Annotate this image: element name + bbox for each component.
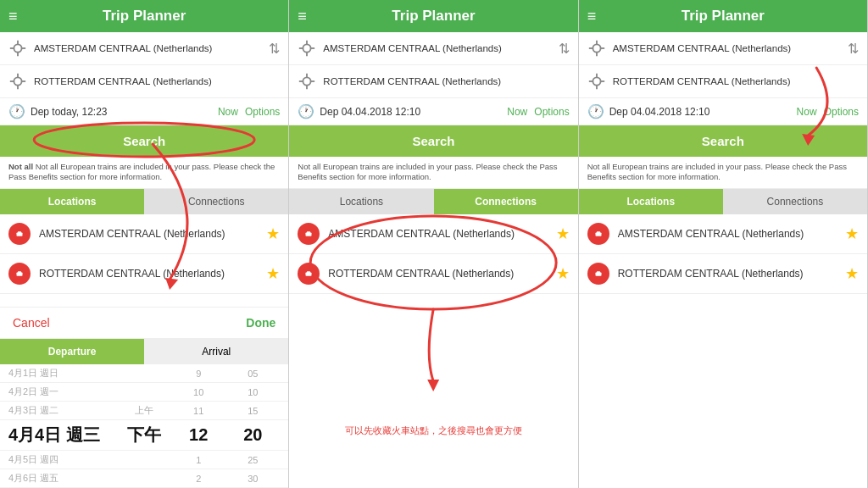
route-section-2: AMSTERDAM CENTRAAL (Netherlands) ⇅ ROTTE…: [289, 32, 577, 98]
menu-icon-2[interactable]: ≡: [298, 8, 307, 25]
header-title-3: Trip Planner: [682, 8, 765, 25]
loc-name: AMSTERDAM CENTRAAL (Netherlands): [39, 228, 266, 240]
search-btn-1[interactable]: Search: [0, 125, 288, 157]
tab-locations-1[interactable]: Locations: [0, 189, 144, 214]
from-row-3[interactable]: AMSTERDAM CENTRAAL (Netherlands) ⇅: [579, 32, 867, 65]
clock-icon-2: 🕐: [298, 103, 314, 119]
time-date: 4月1日 週日: [8, 367, 117, 380]
svg-point-18: [303, 44, 311, 52]
time-row-selected: 4月4日 週三 下午 12 20: [0, 420, 288, 451]
location-list-2: AMSTERDAM CENTRAAL (Netherlands) ★ ROTTE…: [289, 214, 577, 488]
tab-connections-1[interactable]: Connections: [144, 189, 288, 214]
from-row-2[interactable]: AMSTERDAM CENTRAAL (Netherlands) ⇅: [289, 32, 577, 65]
route-section-3: AMSTERDAM CENTRAAL (Netherlands) ⇅ ROTTE…: [579, 32, 867, 98]
location-list-1: AMSTERDAM CENTRAAL (Netherlands) ★ ROTTE…: [0, 214, 288, 307]
menu-icon-1[interactable]: ≡: [8, 8, 18, 25]
swap-icon-1[interactable]: ⇅: [269, 41, 280, 57]
to-row-1[interactable]: ROTTERDAM CENTRAAL (Netherlands): [0, 65, 288, 98]
dep-now-3[interactable]: Now: [797, 106, 817, 118]
from-text-1: AMSTERDAM CENTRAAL (Netherlands): [34, 43, 265, 53]
list-item[interactable]: ROTTERDAM CENTRAAL (Netherlands) ★: [289, 254, 577, 294]
from-icon-3: [587, 39, 606, 58]
star-icon[interactable]: ★: [556, 264, 570, 283]
time-date: 4月4日 週三: [8, 424, 117, 446]
list-item[interactable]: AMSTERDAM CENTRAAL (Netherlands) ★: [289, 214, 577, 254]
svg-point-0: [14, 44, 21, 52]
loc-name: ROTTERDAM CENTRAAL (Netherlands): [39, 268, 266, 280]
notice-3: Not all European trains are included in …: [579, 157, 867, 189]
panel-2: ≡ Trip Planner AMSTERDAM CENTRAAL (Nethe…: [289, 0, 578, 488]
from-text-2: AMSTERDAM CENTRAAL (Netherlands): [323, 43, 554, 53]
tabs-1: Locations Connections: [0, 189, 288, 214]
time-min: 30: [225, 474, 280, 484]
menu-icon-3[interactable]: ≡: [587, 8, 597, 25]
route-section-1: AMSTERDAM CENTRAAL (Netherlands) ⇅ ROTTE…: [0, 32, 288, 98]
swap-icon-2[interactable]: ⇅: [559, 41, 570, 57]
time-hour: 2: [171, 474, 225, 484]
to-text-1: ROTTERDAM CENTRAAL (Netherlands): [34, 76, 280, 86]
departure-btn[interactable]: Departure: [0, 339, 144, 364]
star-icon[interactable]: ★: [845, 225, 859, 243]
station-icon: [298, 263, 320, 285]
star-icon[interactable]: ★: [266, 264, 280, 283]
done-btn[interactable]: Done: [246, 316, 275, 330]
dep-text-1: Dep today, 12:23: [31, 106, 218, 118]
time-period: 上午: [117, 404, 171, 417]
time-row: 4月1日 週日 9 05: [0, 364, 288, 383]
cancel-btn[interactable]: Cancel: [13, 316, 50, 330]
time-period: 下午: [117, 424, 171, 446]
header-1: ≡ Trip Planner: [0, 0, 288, 32]
station-icon: [8, 223, 31, 245]
arrival-btn[interactable]: Arrival: [144, 339, 288, 364]
time-row: 4月3日 週二 上午 11 15: [0, 402, 288, 420]
star-icon[interactable]: ★: [266, 225, 280, 243]
tab-connections-3[interactable]: Connections: [723, 189, 867, 214]
list-item[interactable]: ROTTERDAM CENTRAAL (Netherlands) ★: [0, 254, 288, 294]
time-date: 4月2日 週一: [8, 385, 117, 398]
dep-options-3[interactable]: Options: [824, 106, 859, 118]
bottom-section-1: Cancel Done Departure Arrival 4月1日 週日 9 …: [0, 307, 288, 488]
from-icon-2: [298, 39, 316, 58]
to-row-3[interactable]: ROTTERDAM CENTRAAL (Netherlands): [579, 65, 867, 98]
dep-now-2[interactable]: Now: [507, 106, 527, 118]
time-date: 4月5日 週四: [8, 453, 117, 466]
to-text-2: ROTTERDAM CENTRAAL (Netherlands): [323, 76, 569, 86]
to-row-2[interactable]: ROTTERDAM CENTRAAL (Netherlands): [289, 65, 577, 98]
from-icon-1: [8, 39, 27, 58]
list-item[interactable]: ROTTERDAM CENTRAAL (Netherlands) ★: [579, 254, 867, 294]
time-row: 4月5日 週四 1 25: [0, 451, 288, 469]
time-min: 10: [225, 387, 280, 397]
tab-connections-2[interactable]: Connections: [434, 189, 578, 214]
svg-point-5: [14, 77, 21, 85]
search-btn-3[interactable]: Search: [579, 125, 867, 157]
dep-options-2[interactable]: Options: [534, 106, 569, 118]
svg-point-23: [303, 77, 311, 85]
svg-point-41: [593, 77, 600, 85]
panel-3: ≡ Trip Planner AMSTERDAM CENTRAAL (Nethe…: [579, 0, 868, 488]
time-row: 4月2日 週一 10 10: [0, 383, 288, 402]
dep-options-1[interactable]: Options: [245, 106, 280, 118]
dep-now-1[interactable]: Now: [218, 106, 238, 118]
dep-row-2: 🕐 Dep 04.04.2018 12:10 Now Options: [289, 98, 577, 125]
tab-locations-3[interactable]: Locations: [579, 189, 723, 214]
svg-rect-15: [18, 271, 21, 273]
tabs-2: Locations Connections: [289, 189, 577, 214]
from-row-1[interactable]: AMSTERDAM CENTRAAL (Netherlands) ⇅: [0, 32, 288, 65]
time-hour: 12: [171, 425, 225, 445]
dep-text-2: Dep 04.04.2018 12:10: [320, 106, 507, 118]
station-icon: [298, 223, 320, 245]
time-hour: 10: [171, 387, 225, 397]
dep-text-3: Dep 04.04.2018 12:10: [609, 106, 797, 118]
swap-icon-3[interactable]: ⇅: [848, 41, 859, 57]
loc-name: AMSTERDAM CENTRAAL (Netherlands): [618, 228, 845, 240]
list-item[interactable]: AMSTERDAM CENTRAAL (Netherlands) ★: [579, 214, 867, 254]
time-hour: 1: [171, 455, 225, 465]
svg-point-36: [593, 44, 600, 52]
star-icon[interactable]: ★: [556, 225, 570, 243]
tab-locations-2[interactable]: Locations: [289, 189, 433, 214]
search-btn-2[interactable]: Search: [289, 125, 577, 157]
time-min: 15: [225, 406, 280, 416]
star-icon[interactable]: ★: [845, 264, 859, 283]
list-item[interactable]: AMSTERDAM CENTRAAL (Netherlands) ★: [0, 214, 288, 254]
time-date: 4月3日 週二: [8, 404, 117, 417]
